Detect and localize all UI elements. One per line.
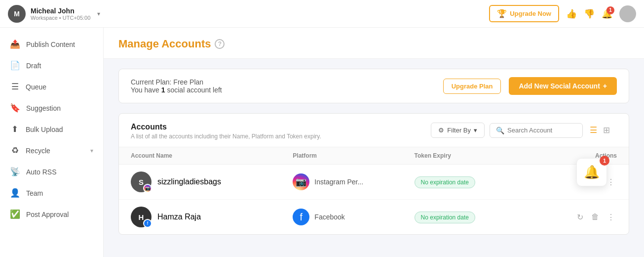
platform-cell-facebook: f Facebook — [293, 209, 414, 225]
thumbsup-button[interactable]: 👍 — [566, 8, 577, 19]
current-plan-label: Current Plan: Free Plan — [131, 78, 222, 86]
grid-view-button[interactable]: ⊞ — [601, 123, 612, 137]
expiry-cell-instagram: No expiration date — [415, 177, 536, 186]
notif-popup-badge: 1 — [600, 156, 609, 166]
add-account-label: Add New Social Account — [519, 82, 600, 90]
publish-content-icon: 📤 — [10, 39, 20, 49]
filter-chevron-icon: ▾ — [474, 127, 477, 134]
accounts-section-title: Accounts — [131, 123, 321, 131]
notification-button[interactable]: 🔔 1 — [602, 8, 612, 19]
accounts-toolbar: ⚙ Filter By ▾ 🔍 ☰ ⊞ — [431, 123, 617, 138]
filter-button[interactable]: ⚙ Filter By ▾ — [431, 123, 485, 138]
search-box: 🔍 — [490, 123, 583, 138]
sidebar-item-queue[interactable]: ☰ Queue — [0, 76, 103, 97]
upgrade-now-button[interactable]: 🏆 Upgrade Now — [489, 5, 559, 22]
upgrade-now-label: Upgrade Now — [510, 10, 551, 17]
search-icon: 🔍 — [496, 127, 504, 134]
search-input[interactable] — [507, 127, 576, 134]
account-cell-facebook: H f Hamza Raja — [131, 207, 293, 227]
col-token-expiry: Token Expiry — [415, 152, 536, 159]
platform-name-instagram: Instagram Per... — [314, 178, 363, 186]
sidebar: 📤 Publish Content 📄 Draft ☰ Queue 🔖 Sugg… — [0, 28, 104, 257]
accounts-card-header: Accounts A list of all the accounts incl… — [119, 114, 629, 147]
bell-icon-large: 🔔 — [584, 165, 600, 180]
main-content: Manage Accounts ? Current Plan: Free Pla… — [104, 28, 644, 257]
delete-button-facebook[interactable]: 🗑 — [589, 211, 601, 223]
main-layout: 📤 Publish Content 📄 Draft ☰ Queue 🔖 Sugg… — [0, 28, 644, 257]
expiry-badge-instagram: No expiration date — [415, 176, 475, 188]
auto-rss-icon: 📡 — [10, 167, 20, 177]
sidebar-item-team[interactable]: 👤 Team — [0, 182, 103, 204]
page-title-row: Manage Accounts ? — [118, 38, 629, 50]
filter-label: Filter By — [447, 127, 471, 134]
accounts-left: You have 1 social account left — [131, 86, 222, 94]
page-header: Manage Accounts ? — [104, 28, 644, 59]
recycle-arrow-icon: ▾ — [90, 147, 93, 154]
help-icon[interactable]: ? — [215, 39, 225, 49]
suggestion-icon: 🔖 — [10, 103, 20, 113]
platform-cell-instagram: 📷 Instagram Per... — [293, 173, 414, 190]
account-avatar-instagram: S 📷 — [131, 171, 152, 192]
actions-cell-facebook: ↻ 🗑 ⋮ — [536, 211, 617, 224]
expiry-badge-facebook: No expiration date — [415, 212, 475, 223]
plan-actions: Upgrade Plan Add New Social Account + — [443, 77, 617, 95]
col-account-name: Account Name — [131, 152, 293, 159]
add-icon: + — [603, 82, 607, 90]
notification-popup: 🔔 1 — [576, 158, 607, 186]
refresh-button-facebook[interactable]: ↻ — [575, 211, 585, 224]
sidebar-item-auto-rss[interactable]: 📡 Auto RSS — [0, 161, 103, 182]
expiry-cell-facebook: No expiration date — [415, 213, 536, 221]
sidebar-item-label-suggestion: Suggestion — [26, 104, 61, 112]
sidebar-item-label-queue: Queue — [26, 83, 46, 91]
user-name: Micheal John — [31, 7, 90, 15]
sidebar-item-bulk-upload[interactable]: ⬆ Bulk Upload — [0, 119, 103, 140]
view-toggle: ☰ ⊞ — [588, 123, 612, 137]
accounts-title-area: Accounts A list of all the accounts incl… — [131, 123, 321, 140]
thumbsdown-button[interactable]: 👎 — [584, 8, 595, 19]
sidebar-item-recycle[interactable]: ♻ Recycle ▾ — [0, 140, 103, 161]
accounts-section-subtitle: A list of all the accounts including the… — [131, 133, 321, 140]
col-platform: Platform — [293, 152, 414, 159]
user-section: M Micheal John Workspace • UTC+05:00 ▾ — [8, 5, 100, 23]
post-approval-icon: ✅ — [10, 209, 20, 219]
accounts-table: Account Name Platform Token Expiry Actio… — [119, 147, 629, 234]
accounts-left-prefix: You have — [131, 86, 161, 94]
content-area: Current Plan: Free Plan You have 1 socia… — [104, 59, 644, 245]
sidebar-item-label-team: Team — [26, 189, 43, 197]
sidebar-item-draft[interactable]: 📄 Draft — [0, 55, 103, 76]
account-name-facebook: Hamza Raja — [157, 213, 201, 221]
table-row: H f Hamza Raja f Facebook No expiration … — [119, 200, 629, 234]
list-view-button[interactable]: ☰ — [588, 123, 599, 137]
sidebar-item-label-auto-rss: Auto RSS — [26, 168, 56, 176]
queue-icon: ☰ — [10, 82, 20, 92]
bulk-upload-icon: ⬆ — [10, 124, 20, 134]
add-new-social-account-button[interactable]: Add New Social Account + — [509, 77, 617, 95]
account-avatar-facebook: H f — [131, 207, 152, 227]
sidebar-item-label-recycle: Recycle — [26, 147, 50, 155]
plan-bar: Current Plan: Free Plan You have 1 socia… — [118, 69, 629, 103]
trophy-icon: 🏆 — [497, 9, 507, 18]
instagram-platform-icon: 📷 — [293, 173, 309, 190]
sidebar-item-label-publish-content: Publish Content — [26, 41, 75, 48]
topbar-actions: 🏆 Upgrade Now 👍 👎 🔔 1 — [489, 5, 636, 22]
instagram-platform-badge: 📷 — [143, 184, 152, 193]
sidebar-item-label-bulk-upload: Bulk Upload — [26, 126, 63, 133]
sidebar-item-post-approval[interactable]: ✅ Post Approval — [0, 204, 103, 225]
profile-avatar[interactable] — [619, 5, 636, 22]
upgrade-plan-button[interactable]: Upgrade Plan — [443, 79, 501, 94]
sidebar-item-suggestion[interactable]: 🔖 Suggestion — [0, 97, 103, 119]
platform-name-facebook: Facebook — [314, 213, 344, 221]
page-title: Manage Accounts — [118, 38, 211, 50]
filter-icon: ⚙ — [438, 127, 444, 134]
accounts-left-bold: 1 — [161, 86, 165, 94]
account-name-instagram: sizzlingladiesbags — [157, 177, 221, 186]
sidebar-item-label-post-approval: Post Approval — [26, 211, 69, 218]
user-dropdown-chevron[interactable]: ▾ — [97, 10, 100, 17]
recycle-icon: ♻ — [10, 145, 20, 156]
sidebar-item-publish-content[interactable]: 📤 Publish Content — [0, 34, 103, 55]
more-options-button-facebook[interactable]: ⋮ — [605, 211, 617, 224]
sidebar-item-label-draft: Draft — [26, 62, 41, 70]
user-info: Micheal John Workspace • UTC+05:00 — [31, 7, 90, 21]
plan-info: Current Plan: Free Plan You have 1 socia… — [131, 78, 222, 94]
draft-icon: 📄 — [10, 60, 20, 71]
